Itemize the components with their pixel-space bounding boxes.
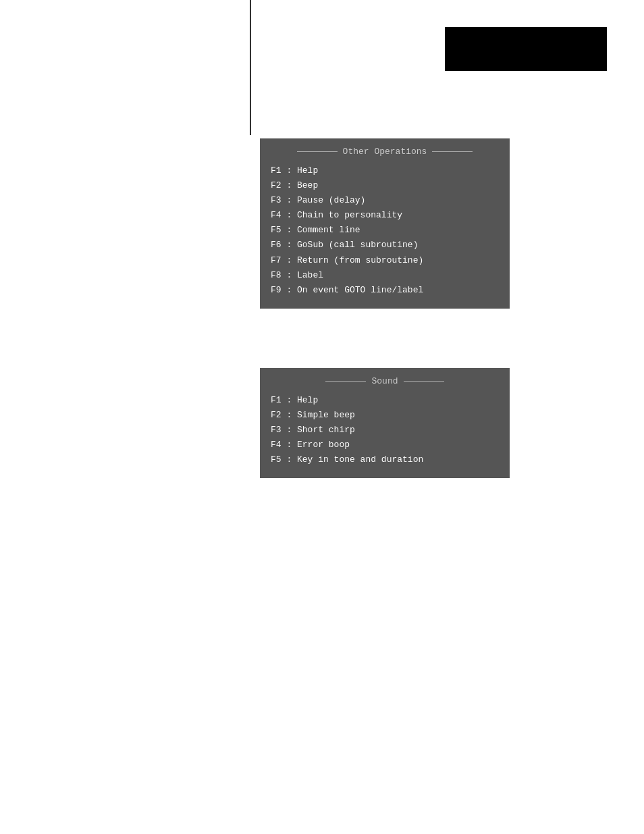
list-item: F5 : Key in tone and duration <box>271 452 499 467</box>
other-operations-title: Other Operations <box>271 147 499 157</box>
other-operations-panel: Other Operations F1 : HelpF2 : BeepF3 : … <box>260 138 510 309</box>
sound-content: F1 : HelpF2 : Simple beepF3 : Short chir… <box>271 393 499 467</box>
list-item: F4 : Chain to personality <box>271 208 499 223</box>
list-item: F4 : Error boop <box>271 438 499 452</box>
list-item: F7 : Return (from subroutine) <box>271 253 499 268</box>
list-item: F8 : Label <box>271 268 499 283</box>
list-item: F2 : Beep <box>271 178 499 193</box>
other-operations-content: F1 : HelpF2 : BeepF3 : Pause (delay)F4 :… <box>271 163 499 298</box>
list-item: F1 : Help <box>271 163 499 178</box>
list-item: F6 : GoSub (call subroutine) <box>271 238 499 253</box>
list-item: F3 : Short chirp <box>271 423 499 438</box>
sound-title: Sound <box>271 376 499 386</box>
list-item: F5 : Comment line <box>271 223 499 238</box>
vertical-line-decoration <box>250 0 251 135</box>
black-box-decoration <box>445 27 607 71</box>
list-item: F9 : On event GOTO line/label <box>271 283 499 298</box>
list-item: F2 : Simple beep <box>271 408 499 423</box>
sound-panel: Sound F1 : HelpF2 : Simple beepF3 : Shor… <box>260 368 510 478</box>
list-item: F1 : Help <box>271 393 499 408</box>
list-item: F3 : Pause (delay) <box>271 193 499 208</box>
